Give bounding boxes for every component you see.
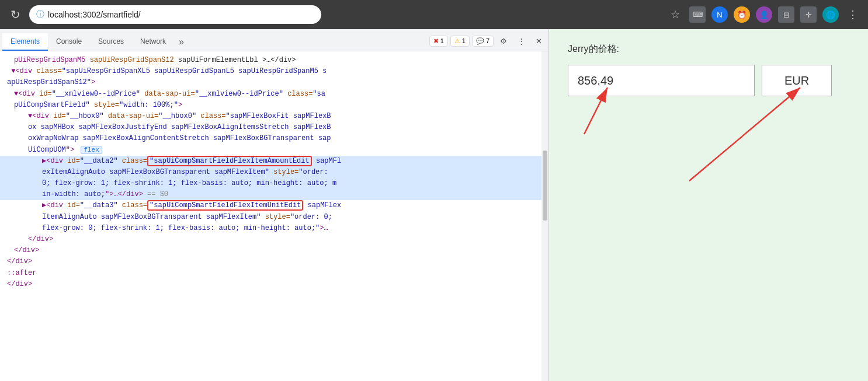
address-bar[interactable]: ⓘ localhost:3002/smartfield/	[29, 5, 321, 24]
code-line-21: </div>	[0, 279, 548, 290]
code-line-18: </div>	[0, 245, 548, 256]
devtools-panel: Elements Console Sources Network » ✖ 1 ⚠…	[0, 29, 868, 381]
amount-field[interactable]: 856.49	[568, 65, 755, 96]
code-line-1: pUiRespGridSpanM5 sapUiRespGridSpanS12 s…	[0, 55, 548, 66]
code-line-10[interactable]: ▶<div id="__data2" class="sapUiCompSmart…	[0, 156, 548, 167]
amount-value: 856.49	[578, 74, 613, 88]
code-line-8: oxWrapNoWrap sapMFlexBoxAlignContentStre…	[0, 133, 548, 144]
ext-icon-3[interactable]: ⏰	[734, 6, 750, 23]
code-line-20: ::after	[0, 268, 548, 279]
scrollbar[interactable]	[541, 51, 548, 381]
error-badge[interactable]: ✖ 1	[429, 36, 448, 47]
ext-icon-1[interactable]: ⌨	[689, 6, 706, 23]
code-line-7: ox sapMHBox sapMFlexBoxJustifyEnd sapMFl…	[0, 122, 548, 133]
menu-icon[interactable]: ⋮	[845, 6, 861, 23]
star-icon[interactable]: ☆	[667, 6, 683, 23]
error-count: 1	[440, 37, 444, 44]
flex-badge: flex	[81, 146, 102, 154]
more-button[interactable]: ⋮	[513, 33, 529, 48]
tab-network[interactable]: Network	[132, 33, 174, 51]
code-line-14[interactable]: ▶<div id="__data3" class="sapUiCompSmart…	[0, 200, 548, 211]
ext-icon-6[interactable]: ✛	[800, 6, 817, 23]
tab-console[interactable]: Console	[48, 33, 90, 51]
ext-icon-4[interactable]: 👤	[756, 6, 772, 23]
devtools-right-panel: Jerry的价格: 856.49 EUR	[549, 29, 868, 381]
panel-fields: 856.49 EUR	[568, 65, 849, 96]
warning-count: 1	[462, 37, 466, 44]
code-line-11: exItemAlignAuto sapMFlexBoxBGTransparent…	[0, 167, 548, 178]
devtools-left-panel: Elements Console Sources Network » ✖ 1 ⚠…	[0, 29, 549, 381]
tab-more[interactable]: »	[174, 33, 189, 51]
ext-icon-7[interactable]: 🌐	[822, 6, 839, 23]
info-icon: ⓘ	[36, 9, 44, 20]
code-line-5: pUiCompSmartField" style="width: 100%;">	[0, 100, 548, 111]
code-line-4: ▼<div id="__xmlview0--idPrice" data-sap-…	[0, 89, 548, 100]
warning-badge[interactable]: ⚠ 1	[450, 36, 470, 47]
devtools-code-area: pUiRespGridSpanM5 sapUiRespGridSpanS12 s…	[0, 51, 548, 381]
code-line-13: in-width: auto;">…</div> == $0	[0, 189, 548, 200]
code-line-19: </div>	[0, 256, 548, 267]
reload-button[interactable]: ↻	[7, 6, 23, 23]
panel-label: Jerry的价格:	[568, 43, 849, 55]
settings-button[interactable]: ⚙	[496, 33, 511, 48]
error-icon: ✖	[433, 37, 439, 45]
code-line-12: 0; flex-grow: 1; flex-shrink: 1; flex-ba…	[0, 178, 548, 189]
ext-icon-2[interactable]: N	[711, 6, 728, 23]
tab-elements[interactable]: Elements	[2, 33, 48, 51]
browser-action-icons: ☆ ⌨ N ⏰ 👤 ⊟ ✛ 🌐 ⋮	[667, 6, 861, 23]
code-line-6: ▼<div id="__hbox0" data-sap-ui="__hbox0"…	[0, 111, 548, 122]
info-badge-icon: 💬	[476, 37, 484, 45]
info-badge[interactable]: 💬 7	[472, 36, 494, 47]
code-line-9: UiCompUOM"> flex	[0, 145, 548, 156]
browser-toolbar: ↻ ⓘ localhost:3002/smartfield/ ☆ ⌨ N ⏰ 👤…	[0, 0, 868, 29]
svg-line-3	[689, 88, 800, 181]
url-text: localhost:3002/smartfield/	[48, 10, 141, 19]
ext-icon-5[interactable]: ⊟	[778, 6, 794, 23]
devtools-tab-bar: Elements Console Sources Network » ✖ 1 ⚠…	[0, 29, 548, 51]
scrollbar-thumb[interactable]	[543, 151, 547, 221]
devtools-actions: ✖ 1 ⚠ 1 💬 7 ⚙ ⋮ ✕	[429, 33, 546, 51]
tab-sources[interactable]: Sources	[90, 33, 132, 51]
close-devtools-button[interactable]: ✕	[531, 33, 546, 48]
code-line-3: apUiRespGridSpanS12">	[0, 77, 548, 88]
info-count: 7	[486, 37, 489, 44]
unit-value: EUR	[784, 74, 809, 88]
code-line-17: </div>	[0, 234, 548, 245]
code-line-16: flex-grow: 0; flex-shrink: 1; flex-basis…	[0, 223, 548, 234]
code-line-15: ItemAlignAuto sapMFlexBoxBGTransparent s…	[0, 212, 548, 223]
code-line-2: ▼<div class="sapUiRespGridSpanXL5 sapUiR…	[0, 66, 548, 77]
unit-field[interactable]: EUR	[762, 65, 832, 96]
warning-icon: ⚠	[454, 37, 460, 45]
